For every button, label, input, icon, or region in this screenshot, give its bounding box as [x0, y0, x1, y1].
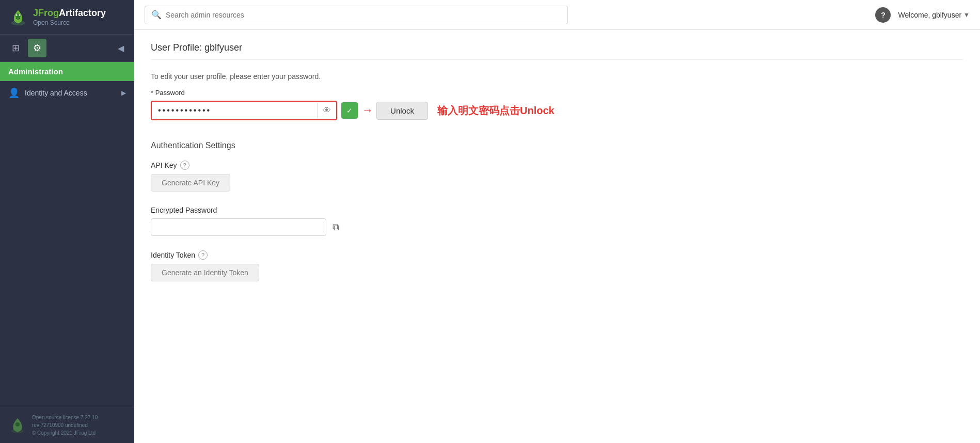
- page-title: User Profile: gblfyuser: [151, 42, 963, 60]
- api-key-label: API Key ?: [151, 161, 963, 170]
- encrypted-password-group: Encrypted Password ⧉: [151, 206, 963, 236]
- eye-toggle-button[interactable]: 👁: [317, 103, 336, 118]
- identity-token-help-icon[interactable]: ?: [198, 250, 208, 260]
- gear-icon: ⚙: [33, 42, 41, 54]
- user-icon: 👤: [8, 87, 20, 99]
- red-arrow-icon: →: [362, 104, 373, 117]
- sidebar: JFrogArtifactory Open Source ⊞ ⚙ ◀ Admin…: [0, 0, 134, 443]
- collapse-sidebar-btn[interactable]: ◀: [114, 41, 128, 55]
- content-inner: User Profile: gblfyuser To edit your use…: [134, 30, 980, 443]
- svg-point-1: [15, 13, 21, 18]
- generate-api-key-button[interactable]: Generate API Key: [151, 174, 230, 192]
- sidebar-header: JFrogArtifactory Open Source: [0, 0, 134, 35]
- brand-artifactory: Artifactory: [59, 8, 106, 18]
- footer-logo: [8, 416, 27, 435]
- sidebar-top-icons: ⊞ ⚙ ◀: [0, 35, 134, 62]
- password-input-wrapper: 👁: [151, 101, 337, 120]
- sidebar-item-identity-access[interactable]: 👤 Identity and Access ▶: [0, 81, 134, 105]
- password-row: 👁 ✓ → Unlock 输入明文密码点击Unlock: [151, 101, 963, 120]
- annotation-text: 输入明文密码点击Unlock: [437, 104, 555, 118]
- arrow-unlock-group: → Unlock: [362, 102, 428, 120]
- checkmark-icon: ✓: [346, 106, 353, 115]
- eye-icon: 👁: [323, 106, 331, 115]
- profile-unlock-section: To edit your user profile, please enter …: [151, 72, 963, 120]
- generate-identity-token-button[interactable]: Generate an Identity Token: [151, 264, 259, 281]
- auth-settings-title: Authentication Settings: [151, 137, 963, 150]
- encrypted-password-row: ⧉: [151, 218, 963, 236]
- copy-icon[interactable]: ⧉: [330, 220, 341, 235]
- svg-point-3: [19, 14, 20, 16]
- jfrog-logo: [8, 7, 28, 27]
- collapse-icon: ◀: [118, 43, 124, 53]
- help-button[interactable]: ?: [875, 7, 891, 23]
- password-label: * Password: [151, 89, 963, 97]
- sidebar-section-title: Administration: [0, 62, 134, 81]
- welcome-text: Welcome, gblfyuser: [898, 11, 961, 19]
- search-input[interactable]: [166, 11, 561, 19]
- brand-subtitle: Open Source: [33, 19, 106, 26]
- encrypted-password-label: Encrypted Password: [151, 206, 963, 214]
- brand-name: JFrogArtifactory Open Source: [33, 8, 106, 26]
- svg-point-2: [16, 14, 18, 16]
- search-icon: 🔍: [151, 10, 162, 20]
- user-menu-arrow-icon: ▼: [963, 11, 970, 19]
- topbar-right: ? Welcome, gblfyuser ▼: [875, 7, 970, 23]
- content-area: User Profile: gblfyuser To edit your use…: [134, 30, 980, 443]
- identity-token-group: Identity Token ? Generate an Identity To…: [151, 250, 963, 281]
- nav-arrow-icon: ▶: [121, 89, 126, 97]
- search-box[interactable]: 🔍: [145, 6, 568, 24]
- sidebar-footer: Open source license 7.27.10 rev 72710900…: [0, 407, 134, 443]
- user-menu[interactable]: Welcome, gblfyuser ▼: [898, 11, 970, 19]
- brand-jfrog: JFrog: [33, 8, 59, 18]
- apps-icon-btn[interactable]: ⊞: [6, 39, 25, 57]
- footer-license-text: Open source license 7.27.10 rev 72710900…: [32, 414, 98, 437]
- password-input[interactable]: [152, 102, 317, 119]
- green-check-icon: ✓: [341, 102, 358, 119]
- unlock-description: To edit your user profile, please enter …: [151, 72, 963, 81]
- unlock-button[interactable]: Unlock: [376, 102, 428, 120]
- topbar: 🔍 ? Welcome, gblfyuser ▼: [134, 0, 980, 30]
- settings-icon-btn[interactable]: ⚙: [28, 39, 46, 57]
- main-area: 🔍 ? Welcome, gblfyuser ▼ User Profile: g…: [134, 0, 980, 443]
- api-key-group: API Key ? Generate API Key: [151, 161, 963, 192]
- sidebar-item-label: Identity and Access: [25, 89, 87, 97]
- api-key-help-icon[interactable]: ?: [180, 161, 189, 170]
- svg-point-5: [15, 422, 20, 426]
- encrypted-password-input[interactable]: [151, 218, 326, 236]
- identity-token-label: Identity Token ?: [151, 250, 963, 260]
